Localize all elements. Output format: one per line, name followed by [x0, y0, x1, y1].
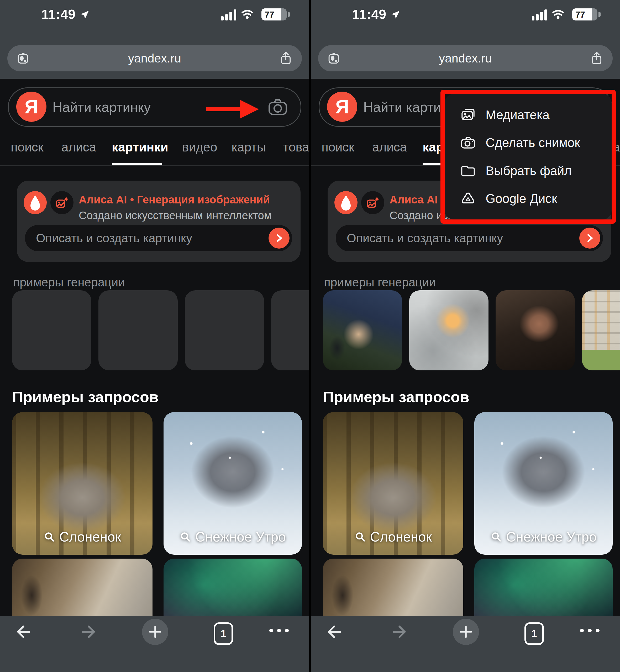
plus-icon — [458, 624, 474, 640]
tile-label-text: Слоненок — [59, 529, 121, 545]
menu-item-google-drive[interactable]: Google Диск — [445, 190, 612, 207]
image-sparkle-icon — [54, 195, 70, 211]
battery-tip — [288, 12, 290, 17]
tab-maps[interactable]: карты — [231, 140, 266, 154]
query-tile-snowy-morning[interactable]: Снежное Утро — [163, 412, 302, 555]
new-tab-button[interactable] — [142, 619, 168, 645]
menu-item-label: Выбрать файл — [485, 163, 572, 178]
magnifier-icon — [354, 531, 366, 542]
battery-icon: 77 — [261, 8, 287, 20]
query-examples-heading: Примеры запросов — [323, 388, 469, 406]
forward-button[interactable] — [81, 623, 98, 640]
query-tile-snowy-morning[interactable]: Снежное Утро — [474, 412, 613, 555]
back-button[interactable] — [14, 623, 31, 640]
describe-create-input[interactable]: Описать и создать картинку — [25, 225, 292, 251]
wifi-icon — [551, 7, 565, 20]
menu-item-label: Медиатека — [485, 108, 550, 122]
location-arrow-icon — [79, 9, 90, 20]
generate-button[interactable] — [268, 227, 290, 249]
address-bar[interactable]: yandex.ru — [318, 45, 613, 71]
tile-label-text: Снежное Утро — [506, 529, 597, 545]
signal-strength-icon — [221, 9, 236, 20]
signal-strength-icon — [532, 9, 547, 20]
url-text[interactable]: yandex.ru — [318, 45, 613, 71]
tab-count: 1 — [531, 628, 537, 639]
address-bar[interactable]: yandex.ru — [7, 45, 302, 71]
share-icon[interactable] — [589, 51, 604, 66]
generate-button[interactable] — [579, 227, 600, 249]
tab-bar-divider — [0, 165, 309, 166]
back-button[interactable] — [325, 623, 342, 640]
generation-example-placeholder[interactable] — [185, 290, 264, 370]
phone-screen-right: 11:49 77 yandex.ru Я Найти картинку поис… — [311, 0, 620, 672]
alice-flame-glyph — [334, 191, 358, 214]
forward-button[interactable] — [392, 623, 408, 640]
tab-search[interactable]: поиск — [11, 140, 44, 154]
tab-search[interactable]: поиск — [321, 140, 354, 154]
battery-percent: 77 — [575, 10, 585, 20]
url-text[interactable]: yandex.ru — [7, 45, 302, 71]
active-tab-underline — [112, 163, 162, 165]
generation-examples-label: примеры генерации — [13, 275, 125, 289]
battery-tip — [599, 12, 601, 17]
menu-item-media-library[interactable]: Медиатека — [445, 106, 612, 123]
take-photo-camera-icon — [459, 134, 477, 151]
alice-card-subtitle: Создано искусственным интеллектом — [79, 209, 272, 222]
tabs-button[interactable]: 1 — [214, 622, 233, 645]
tab-goods[interactable]: товары — [283, 140, 309, 154]
tab-alice[interactable]: алиса — [372, 140, 407, 154]
alice-card-title[interactable]: Алиса AI • Генерация изображений — [79, 194, 270, 206]
folder-icon — [459, 162, 477, 179]
clock: 11:49 — [352, 7, 386, 22]
media-library-icon — [459, 106, 477, 123]
query-tile-elephant[interactable]: Слоненок — [323, 412, 463, 555]
generation-example-placeholder[interactable] — [12, 290, 91, 370]
menu-item-label: Google Диск — [485, 191, 557, 206]
yandex-logo: Я — [327, 92, 357, 122]
tile-label-text: Слоненок — [370, 529, 432, 545]
location-arrow-icon — [390, 9, 401, 20]
top-bar: 11:49 77 yandex.ru — [311, 0, 620, 79]
chevron-right-icon — [273, 232, 285, 244]
ai-image-icon-circle — [361, 191, 384, 214]
phone-screen-left: 11:49 77 yandex.ru Я Найти картинку поис… — [0, 0, 309, 672]
generation-examples-label: примеры генерации — [324, 275, 436, 289]
alice-logo — [334, 191, 358, 214]
magnifier-icon — [490, 531, 502, 542]
tab-alice[interactable]: алиса — [61, 140, 96, 154]
generation-example-building[interactable] — [582, 290, 620, 370]
magnifier-icon — [179, 531, 191, 542]
generation-example-placeholder[interactable] — [271, 290, 309, 370]
generation-example-surreal-sunset[interactable] — [409, 290, 488, 370]
alice-flame-glyph — [23, 191, 47, 214]
describe-create-placeholder: Описать и создать картинку — [36, 225, 192, 251]
annotation-box: Медиатека Сделать снимок Выбрать файл Go… — [441, 90, 616, 224]
menu-item-label: Сделать снимок — [485, 136, 580, 150]
tabs-button[interactable]: 1 — [524, 622, 544, 645]
menu-button[interactable] — [580, 629, 600, 632]
new-tab-button[interactable] — [453, 619, 479, 645]
generation-example-placeholder[interactable] — [98, 290, 178, 370]
tab-video[interactable]: видео — [182, 140, 217, 154]
search-placeholder: Найти картинку — [52, 88, 151, 127]
tab-images[interactable]: картинки — [112, 140, 168, 154]
magnifier-icon — [44, 531, 55, 542]
generation-example-dark-portrait[interactable] — [496, 290, 575, 370]
two-screens-comparison: 11:49 77 yandex.ru Я Найти картинку поис… — [0, 0, 620, 672]
tile-label-text: Снежное Утро — [195, 529, 286, 545]
share-icon[interactable] — [279, 51, 293, 66]
clock: 11:49 — [42, 7, 75, 22]
yandex-logo: Я — [16, 92, 46, 122]
query-tile-elephant[interactable]: Слоненок — [12, 412, 153, 555]
menu-item-take-photo[interactable]: Сделать снимок — [445, 134, 612, 151]
describe-create-input[interactable]: Описать и создать картинку — [336, 225, 603, 251]
camera-search-icon[interactable] — [267, 97, 288, 118]
chevron-right-icon — [584, 232, 596, 244]
menu-item-choose-file[interactable]: Выбрать файл — [445, 162, 612, 179]
query-examples-heading: Примеры запросов — [12, 388, 159, 406]
battery-icon: 77 — [572, 8, 598, 20]
generation-example-night-portrait[interactable] — [323, 290, 402, 370]
battery-percent: 77 — [265, 10, 274, 20]
plus-icon — [147, 624, 163, 640]
menu-button[interactable] — [269, 629, 289, 632]
